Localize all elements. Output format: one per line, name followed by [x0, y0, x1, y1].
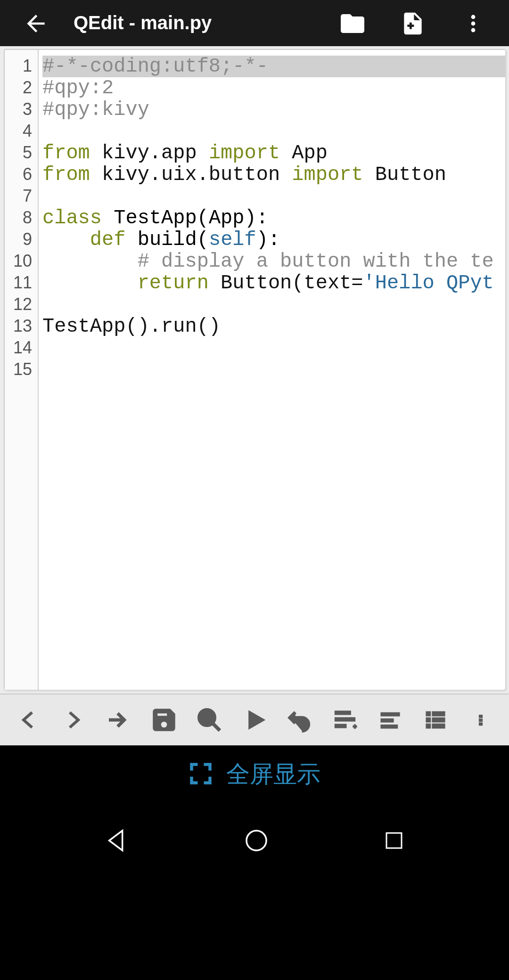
line-number: 10	[5, 251, 32, 272]
svg-point-3	[199, 710, 215, 726]
code-line[interactable]: class TestApp(App):	[42, 207, 505, 229]
svg-rect-10	[479, 715, 483, 718]
svg-rect-14	[386, 833, 402, 848]
code-line[interactable]: from kivy.uix.button import Button	[42, 164, 505, 186]
svg-rect-8	[433, 718, 445, 722]
svg-point-1	[471, 21, 476, 25]
code-line[interactable]: def build(self):	[42, 229, 505, 251]
code-line[interactable]	[42, 359, 505, 381]
code-area[interactable]: #-*-coding:utf8;-*-#qpy:2#qpy:kivy from …	[39, 50, 505, 690]
search-button[interactable]	[187, 694, 232, 746]
more-button[interactable]	[458, 694, 503, 746]
line-number: 5	[5, 142, 32, 164]
svg-rect-4	[427, 712, 431, 716]
code-line[interactable]	[42, 294, 505, 316]
app-toolbar: QEdit - main.py	[0, 0, 509, 46]
svg-rect-12	[479, 723, 483, 726]
overflow-menu-button[interactable]	[452, 2, 494, 44]
save-button[interactable]	[141, 694, 187, 746]
svg-rect-6	[427, 724, 431, 728]
fullscreen-label: 全屏显示	[226, 758, 320, 789]
code-line[interactable]: TestApp().run()	[42, 316, 505, 337]
format-button[interactable]	[368, 694, 413, 746]
line-number: 13	[5, 316, 32, 337]
code-line[interactable]	[42, 121, 505, 142]
indent-button[interactable]	[96, 694, 141, 746]
nav-home-button[interactable]	[243, 827, 270, 858]
svg-point-0	[471, 15, 476, 19]
code-line[interactable]	[42, 337, 505, 359]
line-number: 14	[5, 337, 32, 359]
code-line[interactable]: from kivy.app import App	[42, 142, 505, 164]
snippet-button[interactable]	[322, 694, 368, 746]
line-number: 7	[5, 186, 32, 207]
svg-rect-11	[479, 719, 483, 722]
editor-frame: 123456789101112131415 #-*-coding:utf8;-*…	[0, 46, 509, 694]
code-line[interactable]: #qpy:kivy	[42, 99, 505, 121]
nav-recent-button[interactable]	[383, 829, 405, 856]
code-line[interactable]: return Button(text='Hello QPyt	[42, 272, 505, 294]
line-number: 8	[5, 207, 32, 229]
nav-back-button[interactable]	[104, 827, 130, 858]
code-line[interactable]: #-*-coding:utf8;-*-	[42, 56, 505, 77]
svg-point-13	[246, 831, 266, 850]
folder-open-button[interactable]	[332, 2, 373, 44]
undo-button[interactable]	[277, 694, 322, 746]
new-file-button[interactable]	[392, 2, 434, 44]
prev-button[interactable]	[6, 694, 51, 746]
code-editor[interactable]: 123456789101112131415 #-*-coding:utf8;-*…	[4, 49, 505, 690]
bottom-toolbar	[0, 694, 509, 745]
svg-rect-7	[433, 712, 445, 716]
expand-icon	[189, 761, 213, 786]
line-number: 6	[5, 164, 32, 186]
run-button[interactable]	[232, 694, 277, 746]
svg-rect-9	[433, 724, 445, 728]
line-number: 15	[5, 359, 32, 381]
app-title: QEdit - main.py	[66, 12, 322, 34]
fullscreen-bar[interactable]: 全屏显示	[0, 745, 509, 802]
line-number: 4	[5, 121, 32, 142]
next-button[interactable]	[51, 694, 96, 746]
system-nav-bar	[0, 802, 509, 883]
line-number: 3	[5, 99, 32, 121]
line-number: 11	[5, 272, 32, 294]
back-button[interactable]	[15, 2, 57, 44]
svg-rect-5	[427, 718, 431, 722]
code-line[interactable]: # display a button with the te	[42, 251, 505, 272]
line-number: 1	[5, 56, 32, 77]
line-number: 2	[5, 77, 32, 99]
code-line[interactable]	[42, 186, 505, 207]
line-number: 9	[5, 229, 32, 251]
svg-point-2	[471, 28, 476, 32]
line-number-gutter: 123456789101112131415	[5, 50, 39, 690]
line-number: 12	[5, 294, 32, 316]
code-line[interactable]: #qpy:2	[42, 77, 505, 99]
list-button[interactable]	[413, 694, 458, 746]
